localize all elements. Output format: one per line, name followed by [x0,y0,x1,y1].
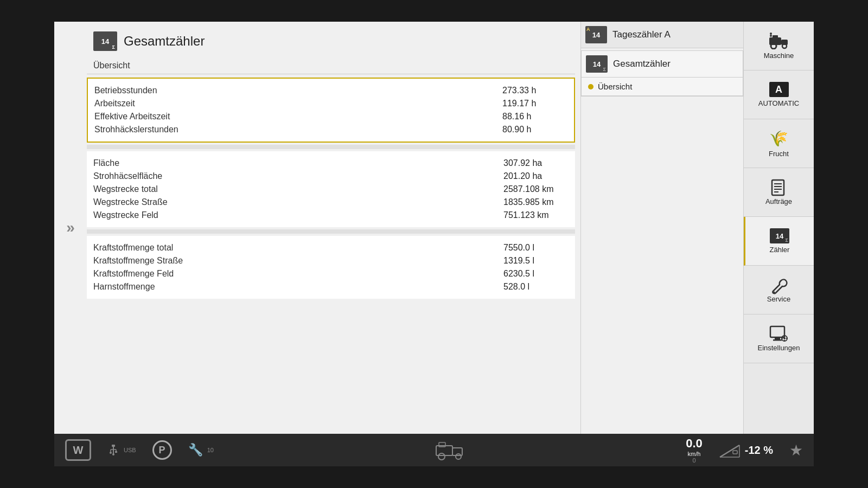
svg-line-35 [720,445,739,457]
svg-rect-7 [772,180,784,195]
svg-point-3 [782,44,787,48]
sidebar-label-auftrage: Aufträge [765,197,792,206]
svg-point-32 [438,453,445,460]
wrench-indicator: 🔧 10 [188,443,214,457]
svg-rect-38 [733,451,737,454]
svg-rect-14 [775,337,780,339]
header-icon: 14 Σ [93,31,117,51]
usb-label: USB [124,447,136,453]
table-row: Wegstrecke Straße 1835.985 km [93,196,569,209]
zahler-icon: 14 Σ [770,228,789,243]
table-row: Arbeitszeit 119.17 h [94,97,567,110]
table-row: Fläche 307.92 ha [93,157,569,170]
w-button[interactable]: W [65,439,91,461]
wrench-icon: 🔧 [188,443,203,457]
sidebar: Maschine A AUTOMATIC 🌾 Frucht [743,22,814,434]
svg-point-2 [771,43,776,49]
table-row: Wegstrecke total 2587.108 km [93,183,569,196]
svg-point-29 [112,453,114,455]
status-bar: W USB P 🔧 10 [54,434,814,466]
sidebar-item-zahler[interactable]: 14 Σ Zähler [744,217,814,266]
divider [87,229,575,234]
svg-rect-19 [784,340,785,342]
fuel-section: Kraftstoffmenge total 7550.0 l Kraftstof… [87,236,575,299]
table-row: Wegstrecke Feld 751.123 km [93,209,569,222]
sidebar-item-frucht[interactable]: 🌾 Frucht [744,119,814,168]
star-button[interactable]: ★ [789,441,803,459]
automatic-icon: A [769,82,789,97]
gesamtzahler-section: 14 Σ Gesamtzähler Übersicht [581,50,743,97]
ubersicht-label: Übersicht [598,82,632,91]
page-header: 14 Σ Gesamtzähler [87,27,575,55]
svg-rect-27 [115,451,117,453]
sidebar-label-einstellungen: Einstellungen [757,344,800,352]
maschine-icon [768,32,790,49]
svg-rect-18 [784,335,785,337]
divider [87,145,575,149]
right-panel: 14 A Tageszähler A 14 Σ Gesamtzähler Übe… [580,22,743,434]
slope-indicator: -12 % [719,442,773,458]
sidebar-item-service[interactable]: Service [744,266,814,314]
maschine-icon-container [768,32,790,49]
table-row: Kraftstoffmenge Straße 1319.5 l [93,254,569,267]
percent-value: -12 % [745,444,773,457]
svg-point-12 [773,292,775,293]
svg-point-33 [456,454,461,459]
sidebar-item-einstellungen[interactable]: Einstellungen [744,314,814,363]
sidebar-label-maschine: Maschine [764,52,794,60]
nav-arrows-icon: » [66,219,75,236]
svg-rect-22 [112,445,115,447]
svg-rect-13 [770,326,784,337]
usb-icon [107,444,119,456]
gesamtzahler-title: Gesamtzähler [613,59,671,69]
svg-rect-15 [773,339,782,341]
section-ubersicht-label: Übersicht [87,57,575,74]
sidebar-item-auftrage[interactable]: Aufträge [744,168,814,217]
table-row: Harnstoffmenge 528.0 l [93,280,569,293]
sidebar-item-maschine[interactable]: Maschine [744,22,814,70]
machine-status [433,439,466,461]
highlighted-section: Betriebsstunden 273.33 h Arbeitszeit 119… [87,78,575,143]
left-nav-arrow[interactable]: » [54,22,87,434]
frucht-icon: 🌾 [769,130,788,147]
ubersicht-row[interactable]: Übersicht [582,78,743,96]
svg-rect-20 [781,338,783,339]
page-title: Gesamtzähler [124,34,205,49]
einstellungen-icon [769,325,789,344]
table-row: Kraftstoffmenge Feld 6230.5 l [93,267,569,280]
table-row: Kraftstoffmenge total 7550.0 l [93,241,569,254]
gesamtzahler-header[interactable]: 14 Σ Gesamtzähler [582,51,743,78]
svg-point-5 [770,35,772,37]
tageszahler-icon: 14 A [585,26,607,43]
parking-indicator: P [152,440,172,460]
area-section: Fläche 307.92 ha Strohhäcselfläche 201.2… [87,151,575,227]
table-row: Strohhäckslerstunden 80.90 h [94,123,567,136]
sidebar-label-service: Service [767,295,790,303]
speed-display: 0.0 km/h 0 [686,436,703,464]
table-row: Strohhäcselfläche 201.20 ha [93,170,569,183]
tageszahler-title: Tageszähler A [612,29,671,40]
usb-indicator: USB [107,444,136,456]
slope-icon [719,442,741,458]
center-content: 14 Σ Gesamtzähler Übersicht Betriebsstun… [87,22,580,434]
service-icon [770,277,788,295]
machine-status-icon [433,439,466,461]
sidebar-label-automatic: AUTOMATIC [758,99,799,107]
svg-rect-21 [786,338,788,339]
svg-rect-4 [773,35,778,38]
bullet-indicator [588,84,593,89]
sidebar-label-frucht: Frucht [769,150,789,158]
gesamtzahler-icon: 14 Σ [586,55,608,73]
table-row: Effektive Arbeitszeit 88.16 h [94,110,567,123]
svg-point-17 [783,337,786,339]
sidebar-item-automatic[interactable]: A AUTOMATIC [744,70,814,119]
svg-point-28 [110,452,112,454]
auftrage-icon [770,179,788,197]
svg-point-6 [770,33,772,35]
table-row: Betriebsstunden 273.33 h [94,84,567,97]
sidebar-label-zahler: Zähler [770,246,790,254]
tageszahler-section[interactable]: 14 A Tageszähler A [581,22,743,48]
